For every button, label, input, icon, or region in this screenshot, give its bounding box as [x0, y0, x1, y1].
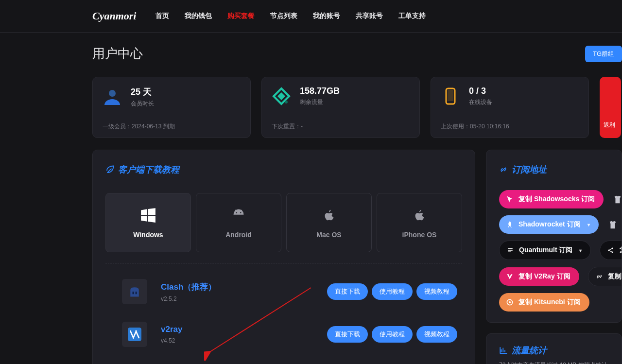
v2ray-icon	[122, 322, 147, 347]
membership-days: 25 天	[131, 86, 154, 98]
svg-point-4	[236, 212, 237, 213]
page-body: 用户中心 TG群组 25 天 会员时长 一级会员：2024-06-13 到期	[0, 33, 622, 364]
leaf-icon	[105, 165, 114, 174]
client-v2ray-btn-1[interactable]: 使用教程	[372, 326, 413, 343]
nav-item-0[interactable]: 首页	[156, 12, 169, 20]
side-icon-st[interactable]	[607, 219, 618, 230]
nav-item-4[interactable]: 我的账号	[313, 12, 340, 20]
user-icon	[103, 87, 122, 107]
client-v2ray-btn-0[interactable]: 直接下载	[327, 326, 368, 343]
sub-row-4: 复制 Kitsunebi 订阅	[499, 293, 618, 312]
phone-icon	[441, 87, 460, 106]
nav-item-3[interactable]: 节点列表	[270, 12, 297, 20]
os-tab-windows[interactable]: Windows	[105, 193, 191, 252]
sub-row-0: 复制 Shadowsocks 订阅	[499, 190, 618, 208]
referral-label: 返利	[604, 121, 617, 129]
sub-row-1: Shadowrocket 订阅▾St	[499, 215, 618, 234]
client-row-v2ray: v2rayv4.52直接下载使用教程视频教程	[105, 313, 462, 356]
tg-group-button[interactable]: TG群组	[585, 46, 622, 62]
separator	[105, 263, 462, 263]
client-name: Clash（推荐）	[161, 281, 216, 293]
svg-rect-7	[136, 292, 137, 294]
traffic-stats-title: 流量统计	[499, 345, 612, 356]
main-nav: 首页我的钱包购买套餐节点列表我的账号共享账号工单支持	[156, 12, 426, 20]
client-clash-btn-0[interactable]: 直接下载	[327, 283, 368, 300]
mac-os-icon	[320, 207, 338, 224]
link-icon	[499, 165, 508, 174]
client-actions: 直接下载使用教程视频教程	[327, 283, 457, 300]
nav-item-5[interactable]: 共享账号	[356, 12, 383, 20]
sub-btn-3[interactable]: 复制 V2Ray 订阅	[499, 267, 579, 286]
chart-icon	[499, 346, 508, 355]
svg-point-5	[240, 212, 242, 213]
client-name: v2ray	[161, 325, 182, 334]
sub-side-btn-3[interactable]: 复制 Sur	[588, 267, 622, 286]
client-version: v2.5.2	[161, 295, 216, 302]
sub-btn-0[interactable]: 复制 Shadowsocks 订阅	[499, 190, 604, 208]
os-label: Android	[225, 231, 252, 239]
os-tabs: WindowsAndroidMac OSiPhone OS	[105, 193, 462, 252]
sub-row-3: 复制 V2Ray 订阅复制 Sur	[499, 267, 618, 286]
os-tab-mac-os[interactable]: Mac OS	[286, 193, 372, 252]
chevron-down-icon: ▾	[579, 248, 582, 253]
os-tab-android[interactable]: Android	[196, 193, 281, 252]
membership-label: 会员时长	[131, 100, 154, 108]
svg-point-0	[109, 90, 116, 97]
traffic-remaining: 158.77GB	[300, 86, 340, 96]
os-tab-iphone-os[interactable]: iPhone OS	[377, 193, 462, 252]
traffic-icon	[272, 87, 291, 106]
sub-side-btn-2[interactable]: 复制	[600, 241, 622, 260]
devices-footer: 上次使用：05-20 10:16:16	[441, 122, 579, 131]
page-title: 用户中心	[92, 45, 143, 62]
sub-btn-2[interactable]: Quantumult 订阅▾	[499, 241, 591, 260]
traffic-stats-desc: 72小时内产生流量超过 10 MB 的节点统计	[499, 361, 612, 364]
windows-icon	[139, 207, 157, 224]
client-version: v4.52	[161, 337, 182, 344]
sub-btn-4[interactable]: 复制 Kitsunebi 订阅	[499, 293, 589, 312]
right-column: 订阅地址 复制 Shadowsocks 订阅Shadowrocket 订阅▾St…	[486, 150, 622, 364]
devices-count: 0 / 3	[469, 86, 492, 96]
stat-card-traffic: 158.77GB 剩余流量 下次重置：-	[261, 77, 420, 138]
iphone-os-icon	[411, 207, 428, 224]
os-label: iPhone OS	[402, 231, 437, 239]
android-icon	[230, 207, 247, 224]
traffic-footer: 下次重置：-	[272, 122, 410, 131]
svg-point-13	[509, 301, 511, 303]
nav-item-6[interactable]: 工单支持	[398, 12, 426, 20]
sub-btn-1[interactable]: Shadowrocket 订阅▾	[499, 215, 599, 234]
download-title: 客户端下载教程	[105, 164, 462, 175]
nav-item-2[interactable]: 购买套餐	[227, 12, 255, 20]
client-clash-btn-1[interactable]: 使用教程	[372, 283, 413, 300]
content-row: 客户端下载教程 WindowsAndroidMac OSiPhone OS Cl…	[92, 150, 622, 364]
membership-footer: 一级会员：2024-06-13 到期	[103, 122, 241, 131]
client-row-clash: Clash（推荐）v2.5.2直接下载使用教程视频教程	[105, 270, 462, 313]
stat-card-devices: 0 / 3 在线设备 上次使用：05-20 10:16:16	[431, 77, 589, 138]
traffic-label: 剩余流量	[300, 98, 340, 106]
clash-icon	[122, 279, 147, 304]
chevron-down-icon: ▾	[587, 222, 590, 227]
download-panel: 客户端下载教程 WindowsAndroidMac OSiPhone OS Cl…	[92, 150, 475, 364]
client-v2ray-btn-2[interactable]: 视频教程	[416, 326, 457, 343]
subscription-title: 订阅地址	[499, 164, 618, 175]
devices-label: 在线设备	[469, 98, 492, 106]
stat-card-referral[interactable]: 返利	[600, 77, 621, 138]
svg-point-1	[285, 101, 288, 104]
stats-row: 25 天 会员时长 一级会员：2024-06-13 到期 158.77GB 剩余…	[92, 77, 622, 138]
nav-item-1[interactable]: 我的钱包	[185, 12, 212, 20]
title-row: 用户中心 TG群组	[92, 45, 622, 62]
top-header: Cyanmori 首页我的钱包购买套餐节点列表我的账号共享账号工单支持	[0, 0, 622, 33]
stat-card-membership: 25 天 会员时长 一级会员：2024-06-13 到期	[92, 77, 251, 138]
svg-rect-6	[133, 292, 134, 294]
sub-row-2: Quantumult 订阅▾复制	[499, 241, 618, 260]
os-label: Mac OS	[316, 231, 341, 239]
traffic-stats-panel: 流量统计 72小时内产生流量超过 10 MB 的节点统计	[486, 333, 622, 364]
os-label: Windows	[133, 231, 163, 239]
client-clash-btn-2[interactable]: 视频教程	[416, 283, 457, 300]
client-actions: 直接下载使用教程视频教程	[327, 326, 457, 343]
subscription-panel: 订阅地址 复制 Shadowsocks 订阅Shadowrocket 订阅▾St…	[486, 150, 622, 323]
svg-rect-3	[448, 90, 453, 101]
brand-logo[interactable]: Cyanmori	[92, 10, 136, 22]
side-icon-shirt[interactable]	[612, 194, 622, 205]
subscription-buttons: 复制 Shadowsocks 订阅Shadowrocket 订阅▾StQuant…	[499, 190, 618, 312]
